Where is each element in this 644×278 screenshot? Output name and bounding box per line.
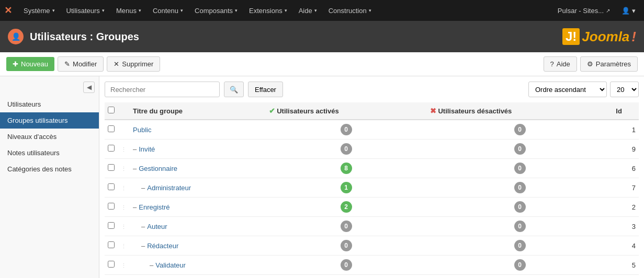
nav-utilisateurs[interactable]: Utilisateurs ▾: [61, 4, 110, 18]
row-checkbox[interactable]: [108, 125, 115, 132]
nav-systeme[interactable]: Système ▾: [18, 4, 60, 18]
row-checkbox-cell: [105, 159, 118, 178]
nav-aide[interactable]: Aide ▾: [293, 4, 322, 18]
drag-handle-icon[interactable]: ⋮: [121, 204, 127, 211]
row-title-link[interactable]: Public: [133, 126, 151, 134]
sidebar-toggle-button[interactable]: ◀: [83, 82, 95, 93]
nav-composants[interactable]: Composants ▾: [189, 4, 243, 18]
drag-handle-icon[interactable]: ⋮: [121, 262, 127, 269]
delete-icon: ✕: [114, 60, 119, 68]
row-checkbox[interactable]: [108, 164, 115, 171]
row-title-link[interactable]: Rédacteur: [147, 242, 178, 250]
drag-handle-icon[interactable]: ⋮: [121, 224, 127, 230]
nav-construction[interactable]: Construction ▾: [323, 4, 377, 18]
row-title-link[interactable]: Enregistré: [139, 203, 170, 211]
sidebar-toggle-area: ◀: [0, 82, 99, 96]
sidebar-notes-label: Notes utilisateurs: [7, 149, 60, 157]
sidebar-item-utilisateurs[interactable]: Utilisateurs: [0, 96, 99, 112]
nav-extensions[interactable]: Extensions ▾: [244, 4, 292, 18]
th-activated-label: Utilisateurs activés: [277, 107, 339, 115]
drag-handle-cell: ⋮: [118, 159, 130, 178]
row-deactivated-cell: 0: [427, 275, 613, 279]
table-header-row: Titre du groupe ✔ Utilisateurs activés ✖…: [105, 102, 639, 120]
drag-handle-cell: ⋮: [118, 198, 130, 217]
deactivated-badge: 0: [514, 221, 526, 232]
row-title-link[interactable]: Gestionnaire: [139, 165, 177, 172]
table-row: ⋮–Validateur005: [105, 256, 639, 275]
row-checkbox[interactable]: [108, 145, 115, 152]
help-icon: ?: [550, 60, 554, 68]
data-table: Titre du groupe ✔ Utilisateurs activés ✖…: [105, 102, 639, 278]
row-title-link[interactable]: Auteur: [147, 223, 167, 230]
drag-handle-icon[interactable]: ⋮: [121, 243, 127, 249]
top-navigation: ✕ Système ▾ Utilisateurs ▾ Menus ▾ Conte…: [0, 0, 644, 21]
help-button[interactable]: ? Aide: [544, 56, 577, 72]
th-activated: ✔ Utilisateurs activés: [266, 102, 427, 120]
row-activated-cell: 1: [266, 178, 427, 198]
gear-icon: ⚙: [587, 60, 593, 68]
sidebar-item-notes[interactable]: Notes utilisateurs: [0, 145, 99, 161]
delete-button[interactable]: ✕ Supprimer: [107, 56, 160, 72]
nav-systeme-label: Système: [24, 7, 50, 15]
limit-select[interactable]: 5 10 15 20 25 50 100: [610, 82, 639, 97]
drag-handle-cell: ⋮: [118, 217, 130, 236]
nav-menus[interactable]: Menus ▾: [111, 4, 146, 18]
row-checkbox-cell: [105, 120, 118, 140]
drag-handle-icon[interactable]: ⋮: [121, 146, 127, 153]
edit-button[interactable]: ✎ Modifier: [58, 56, 104, 72]
drag-handle-icon[interactable]: ⋮: [121, 185, 127, 191]
help-label: Aide: [557, 60, 570, 68]
drag-handle-cell: ⋮: [118, 140, 130, 159]
params-button[interactable]: ⚙ Paramètres: [580, 56, 638, 72]
activated-badge: 8: [341, 163, 352, 174]
row-title-cell: –Administrateur: [130, 178, 266, 198]
search-button[interactable]: 🔍: [224, 82, 244, 97]
row-title-link[interactable]: Validateur: [155, 261, 186, 269]
joomla-exclaim: !: [631, 29, 636, 45]
sort-select[interactable]: Ordre ascendant Ordre descendant Titre I…: [528, 82, 607, 97]
header-bar: 👤 Utilisateurs : Groupes J! Joomla!: [0, 21, 644, 52]
new-button[interactable]: ✚ Nouveau: [6, 57, 54, 71]
search-input[interactable]: [105, 82, 220, 97]
site-link[interactable]: Pulsar - Sites... ↗: [553, 5, 614, 17]
chevron-down-icon: ▾: [285, 8, 287, 13]
row-checkbox-cell: [105, 140, 118, 159]
sidebar: ◀ Utilisateurs Groupes utilisateurs Nive…: [0, 76, 99, 278]
sidebar-item-categories[interactable]: Catégories des notes: [0, 161, 99, 177]
activated-badge: 2: [341, 201, 352, 213]
params-label: Paramètres: [596, 60, 631, 68]
nav-contenu[interactable]: Contenu ▾: [148, 4, 188, 18]
external-link-icon: ↗: [606, 8, 610, 14]
nav-construction-label: Construction: [329, 7, 367, 15]
row-title-cell: –Enregistré: [130, 198, 266, 217]
row-checkbox[interactable]: [108, 241, 115, 248]
sidebar-item-groupes[interactable]: Groupes utilisateurs: [0, 112, 99, 129]
joomla-text: Joomla: [582, 29, 629, 45]
row-title-link[interactable]: Invité: [139, 145, 155, 153]
drag-handle-icon[interactable]: ⋮: [121, 166, 127, 172]
th-deactivated-label: Utilisateurs désactivés: [438, 107, 512, 115]
select-all-checkbox[interactable]: [108, 107, 115, 113]
row-checkbox[interactable]: [108, 261, 115, 268]
row-checkbox[interactable]: [108, 222, 115, 229]
row-checkbox[interactable]: [108, 183, 115, 190]
deactivated-badge: 0: [514, 259, 526, 271]
row-title-link[interactable]: Administrateur: [147, 184, 191, 192]
row-activated-cell: 0: [266, 120, 427, 140]
row-title-cell: –Super Utilisateur: [130, 275, 266, 279]
row-checkbox[interactable]: [108, 203, 115, 210]
th-id-label: Id: [616, 107, 622, 115]
drag-handle-cell: [118, 120, 130, 140]
page-icon: 👤: [8, 29, 24, 44]
row-id-cell: 4: [613, 236, 639, 256]
sidebar-item-niveaux[interactable]: Niveaux d'accès: [0, 129, 99, 145]
table-row: ⋮–Invité009: [105, 140, 639, 159]
user-menu[interactable]: 👤 ▾: [617, 5, 640, 17]
clear-button[interactable]: Effacer: [248, 82, 283, 97]
table-row: ⋮–Gestionnaire806: [105, 159, 639, 178]
table-row: ⋮–Administrateur107: [105, 178, 639, 198]
row-activated-cell: 0: [266, 140, 427, 159]
new-label: Nouveau: [21, 60, 48, 68]
brand-icon[interactable]: ✕: [4, 5, 12, 16]
row-deactivated-cell: 0: [427, 140, 613, 159]
